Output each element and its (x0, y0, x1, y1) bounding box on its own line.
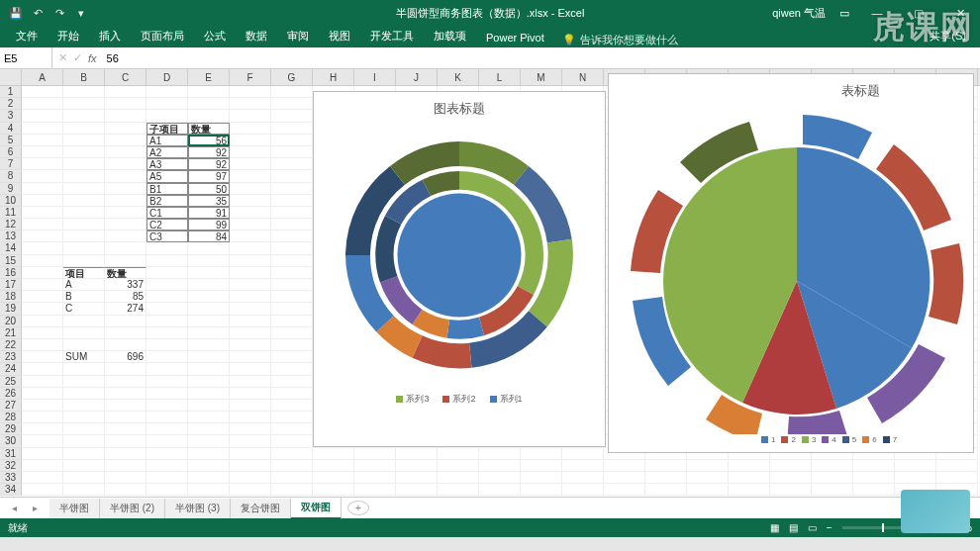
cell[interactable] (105, 158, 147, 170)
cell[interactable] (230, 472, 271, 484)
cell[interactable] (147, 339, 188, 351)
cell[interactable] (63, 376, 105, 388)
cell[interactable] (230, 146, 271, 158)
cell[interactable] (230, 327, 271, 339)
cell[interactable] (147, 351, 188, 363)
cell[interactable] (479, 472, 521, 484)
col-header[interactable]: D (147, 69, 188, 85)
row-header[interactable]: 33 (0, 472, 22, 484)
cell[interactable] (354, 448, 396, 460)
cell[interactable] (479, 448, 521, 460)
cell[interactable] (271, 435, 313, 447)
cell[interactable] (63, 448, 105, 460)
cell[interactable] (147, 435, 188, 447)
cell[interactable]: A3 (147, 158, 188, 170)
cell[interactable] (604, 472, 645, 484)
cell[interactable] (105, 435, 147, 447)
cell[interactable]: B (63, 291, 105, 303)
cell[interactable] (230, 110, 271, 122)
cell[interactable] (22, 242, 63, 254)
cell[interactable] (22, 448, 63, 460)
cell[interactable] (687, 484, 729, 496)
cell[interactable] (22, 230, 63, 242)
cell[interactable] (105, 376, 147, 388)
cell[interactable]: A2 (147, 146, 188, 158)
row-header[interactable]: 6 (0, 146, 22, 158)
chart-doughnut[interactable]: 图表标题 (313, 91, 606, 447)
undo-icon[interactable]: ↶ (30, 5, 46, 21)
cell[interactable] (105, 123, 147, 135)
cell[interactable] (396, 448, 438, 460)
fx-icon[interactable]: fx (88, 52, 97, 64)
cell[interactable] (271, 327, 313, 339)
cell[interactable] (22, 158, 63, 170)
cell[interactable] (230, 242, 271, 254)
row-header[interactable]: 28 (0, 412, 22, 423)
cell[interactable] (271, 339, 313, 351)
sheet-nav-prev-icon[interactable]: ◂ (12, 503, 17, 513)
cell[interactable] (105, 86, 147, 98)
cell[interactable] (271, 267, 313, 279)
cell[interactable] (271, 86, 313, 98)
cell[interactable] (188, 339, 230, 351)
cell[interactable] (271, 472, 313, 484)
cell[interactable] (63, 86, 105, 98)
cell[interactable] (147, 255, 188, 267)
cell[interactable] (63, 412, 105, 423)
cell[interactable] (479, 460, 521, 472)
cell[interactable] (230, 400, 271, 412)
cell[interactable]: 99 (188, 219, 230, 230)
cell[interactable] (63, 484, 105, 496)
row-header[interactable]: 14 (0, 242, 22, 254)
cell[interactable] (230, 195, 271, 207)
cell[interactable] (271, 255, 313, 267)
cell[interactable] (230, 351, 271, 363)
cell[interactable] (188, 291, 230, 303)
cell[interactable] (271, 135, 313, 146)
cell[interactable] (22, 98, 63, 110)
row-header[interactable]: 13 (0, 230, 22, 242)
row-header[interactable]: 31 (0, 448, 22, 460)
cell[interactable] (271, 219, 313, 230)
cell[interactable] (63, 363, 105, 375)
cell[interactable] (147, 400, 188, 412)
cell[interactable] (188, 98, 230, 110)
row-header[interactable]: 32 (0, 460, 22, 472)
cell[interactable] (271, 388, 313, 400)
cell[interactable] (105, 242, 147, 254)
cell[interactable]: 数量 (188, 123, 230, 135)
cell[interactable] (22, 351, 63, 363)
cell[interactable]: 数量 (105, 267, 147, 279)
cell[interactable]: B1 (147, 183, 188, 195)
cell[interactable] (105, 363, 147, 375)
cell[interactable] (105, 327, 147, 339)
col-header[interactable]: B (63, 69, 105, 85)
cell[interactable] (63, 158, 105, 170)
cell[interactable]: 50 (188, 183, 230, 195)
row-header[interactable]: 21 (0, 327, 22, 339)
col-header[interactable]: G (271, 69, 313, 85)
cell[interactable] (188, 363, 230, 375)
cell[interactable] (770, 472, 812, 484)
sheet-tab[interactable]: 复合饼图 (231, 499, 291, 518)
cell[interactable]: 85 (105, 291, 147, 303)
view-normal-icon[interactable]: ▦ (770, 522, 779, 533)
cell[interactable] (105, 219, 147, 230)
cell[interactable] (63, 472, 105, 484)
cell[interactable] (271, 363, 313, 375)
cell[interactable] (313, 460, 354, 472)
row-header[interactable]: 29 (0, 423, 22, 435)
col-header[interactable]: I (354, 69, 396, 85)
cell[interactable] (521, 448, 562, 460)
cancel-icon[interactable]: ✕ (58, 51, 67, 64)
cell[interactable] (188, 484, 230, 496)
cell[interactable] (63, 146, 105, 158)
sheet-nav-next-icon[interactable]: ▸ (33, 503, 38, 513)
cell[interactable]: B2 (147, 195, 188, 207)
cell[interactable] (895, 472, 936, 484)
tab-data[interactable]: 数据 (236, 25, 277, 47)
cell[interactable] (645, 460, 687, 472)
cell[interactable] (147, 363, 188, 375)
cell[interactable]: 56 (188, 135, 230, 146)
cell[interactable] (271, 279, 313, 291)
